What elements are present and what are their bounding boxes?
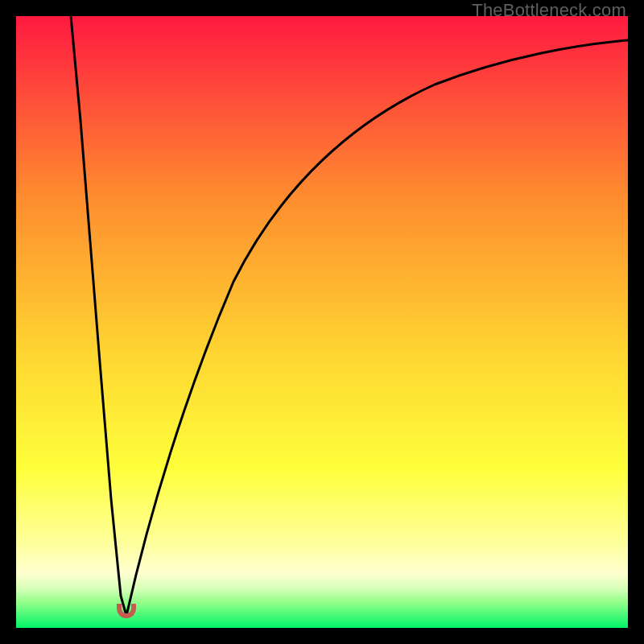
watermark-text: TheBottleneck.com — [472, 0, 626, 21]
bottleneck-curve — [16, 16, 628, 628]
plot-area — [16, 16, 628, 628]
chart-frame: TheBottleneck.com — [0, 0, 644, 644]
